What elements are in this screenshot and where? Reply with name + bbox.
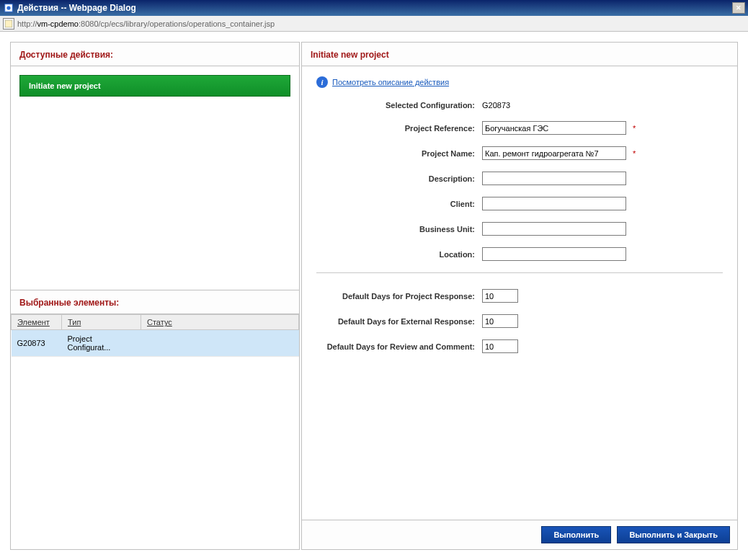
dialog-titlebar: Действия -- Webpage Dialog ✕ bbox=[0, 0, 748, 16]
label-project-reference: Project Reference: bbox=[316, 124, 482, 133]
info-icon: i bbox=[316, 76, 328, 88]
cell-status bbox=[141, 330, 299, 357]
input-business-unit[interactable] bbox=[482, 222, 626, 236]
cell-type: Project Configurat... bbox=[62, 330, 141, 357]
available-actions-list: Initiate new project bbox=[11, 66, 299, 290]
separator bbox=[316, 272, 723, 273]
ie-page-icon bbox=[3, 2, 14, 14]
titlebar-buttons: ✕ bbox=[731, 2, 745, 14]
label-days-project-response: Default Days for Project Response: bbox=[316, 292, 482, 301]
svg-rect-2 bbox=[5, 20, 12, 27]
footer-bar: Выполнить Выполнить и Закрыть bbox=[302, 520, 737, 549]
page-icon bbox=[3, 18, 14, 30]
form-body: i Посмотреть описание действия Selected … bbox=[302, 66, 737, 520]
input-project-reference[interactable] bbox=[482, 121, 626, 135]
left-panel: Доступные действия: Initiate new project… bbox=[10, 42, 300, 550]
input-days-review-comment[interactable] bbox=[482, 339, 518, 353]
label-location: Location: bbox=[316, 250, 482, 259]
dialog-title: Действия -- Webpage Dialog bbox=[17, 3, 136, 13]
right-panel: Initiate new project i Посмотреть описан… bbox=[301, 42, 738, 550]
execute-and-close-button[interactable]: Выполнить и Закрыть bbox=[617, 526, 730, 543]
label-project-name: Project Name: bbox=[316, 149, 482, 158]
input-client[interactable] bbox=[482, 197, 626, 210]
input-description[interactable] bbox=[482, 172, 626, 185]
value-selected-config: G20873 bbox=[482, 101, 510, 110]
col-type[interactable]: Тип bbox=[62, 315, 141, 330]
action-initiate-new-project[interactable]: Initiate new project bbox=[19, 75, 290, 97]
table-header-row: Элемент Тип Статус bbox=[12, 315, 299, 330]
close-icon: ✕ bbox=[736, 4, 742, 12]
url-host: vm-cpdemo bbox=[37, 19, 79, 28]
info-row: i Посмотреть описание действия bbox=[316, 76, 723, 88]
view-description-link[interactable]: Посмотреть описание действия bbox=[332, 78, 449, 86]
label-description: Description: bbox=[316, 174, 482, 183]
input-project-name[interactable] bbox=[482, 146, 626, 160]
selected-elements-table: Элемент Тип Статус G20873 Project Config… bbox=[11, 314, 299, 357]
input-location[interactable] bbox=[482, 247, 626, 261]
selected-elements-header: Выбранные элементы: bbox=[11, 290, 299, 314]
input-days-project-response[interactable] bbox=[482, 289, 518, 303]
form-header: Initiate new project bbox=[302, 43, 737, 66]
col-status[interactable]: Статус bbox=[141, 315, 299, 330]
label-selected-config: Selected Configuration: bbox=[316, 101, 482, 110]
col-element[interactable]: Элемент bbox=[12, 315, 62, 330]
address-bar: http://vm-cpdemo:8080/cp/ecs/library/ope… bbox=[0, 16, 748, 32]
url-rest: :8080/cp/ecs/library/operations/operatio… bbox=[79, 19, 275, 28]
label-business-unit: Business Unit: bbox=[316, 225, 482, 234]
svg-point-1 bbox=[6, 6, 10, 9]
label-days-external-response: Default Days for External Response: bbox=[316, 317, 482, 326]
table-row[interactable]: G20873 Project Configurat... bbox=[12, 330, 299, 357]
input-days-external-response[interactable] bbox=[482, 314, 518, 328]
close-button[interactable]: ✕ bbox=[732, 2, 745, 14]
label-client: Client: bbox=[316, 200, 482, 208]
required-mark: * bbox=[633, 149, 636, 158]
required-mark: * bbox=[633, 124, 636, 133]
url-prefix: http:// bbox=[17, 19, 37, 28]
execute-button[interactable]: Выполнить bbox=[541, 526, 611, 543]
label-days-review-comment: Default Days for Review and Comment: bbox=[316, 342, 482, 351]
selected-elements-table-wrap: Элемент Тип Статус G20873 Project Config… bbox=[11, 314, 299, 549]
cell-element: G20873 bbox=[12, 330, 62, 357]
available-actions-header: Доступные действия: bbox=[11, 43, 299, 66]
